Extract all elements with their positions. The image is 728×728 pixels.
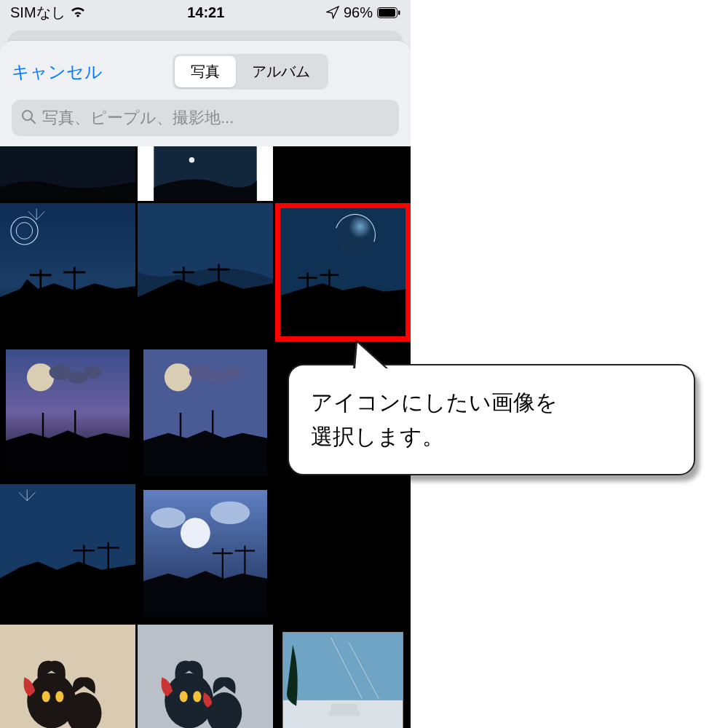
photo-thumb[interactable] — [0, 344, 135, 482]
photo-thumb[interactable] — [0, 203, 135, 341]
battery-icon — [377, 7, 400, 18]
wifi-icon — [70, 7, 86, 18]
photo-thumb[interactable] — [138, 484, 273, 622]
search-input[interactable] — [42, 108, 390, 127]
photo-thumb[interactable] — [0, 146, 135, 201]
svg-point-70 — [193, 691, 201, 702]
photo-thumb[interactable] — [275, 146, 411, 201]
annotation-callout: アイコンにしたい画像を 選択します。 — [288, 364, 695, 475]
tab-albums[interactable]: アルバム — [236, 56, 326, 87]
photo-thumb[interactable] — [138, 625, 273, 728]
photo-thumb[interactable] — [0, 625, 135, 728]
photo-thumb[interactable] — [275, 625, 411, 728]
carrier-label: SIMなし — [10, 3, 66, 23]
svg-rect-2 — [398, 10, 400, 15]
svg-point-34 — [84, 366, 101, 379]
picker-header: キャンセル 写真 アルバム . — [0, 41, 411, 100]
svg-point-65 — [55, 691, 63, 702]
svg-point-69 — [180, 691, 188, 702]
svg-point-38 — [165, 363, 191, 391]
svg-rect-75 — [331, 703, 357, 711]
svg-line-4 — [31, 119, 36, 124]
svg-point-54 — [151, 507, 186, 528]
svg-point-31 — [27, 363, 54, 391]
location-icon — [326, 6, 339, 19]
photo-thumb[interactable] — [275, 484, 411, 622]
svg-rect-1 — [379, 9, 395, 17]
svg-point-25 — [338, 217, 376, 256]
svg-point-41 — [224, 366, 242, 379]
photo-thumb-selected[interactable] — [275, 203, 411, 341]
svg-point-55 — [210, 502, 250, 524]
tab-photos[interactable]: 写真 — [175, 56, 236, 87]
photo-thumb[interactable] — [0, 484, 135, 622]
battery-label: 96% — [344, 4, 373, 21]
segmented-control: 写真 アルバム — [173, 54, 328, 90]
search-field[interactable] — [12, 100, 399, 136]
svg-point-7 — [189, 157, 194, 163]
photo-thumb[interactable] — [138, 146, 273, 201]
svg-point-53 — [181, 518, 210, 548]
annotation-line: アイコンにしたい画像を — [311, 386, 672, 420]
svg-point-64 — [42, 691, 50, 702]
search-icon — [20, 108, 36, 127]
photo-thumb[interactable] — [138, 203, 273, 341]
photo-thumb[interactable] — [138, 344, 273, 482]
status-bar: SIMなし 14:21 96% — [0, 0, 411, 25]
annotation-line: 選択します。 — [311, 420, 672, 454]
svg-rect-71 — [283, 633, 403, 700]
cancel-button[interactable]: キャンセル — [12, 60, 103, 84]
clock: 14:21 — [187, 4, 224, 21]
svg-rect-76 — [328, 711, 360, 716]
